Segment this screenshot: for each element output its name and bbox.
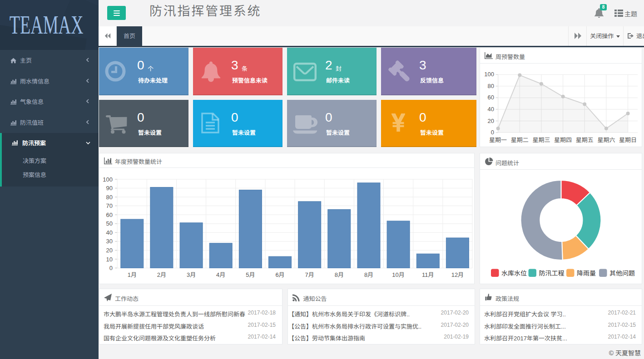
svg-text:100: 100	[103, 176, 113, 183]
svg-text:星期四: 星期四	[554, 137, 572, 143]
svg-text:1月: 1月	[128, 271, 137, 278]
svg-text:11月: 11月	[422, 271, 434, 278]
svg-text:100: 100	[484, 71, 494, 78]
svg-text:星期二: 星期二	[511, 137, 529, 143]
svg-text:防汛工程: 防汛工程	[539, 270, 565, 277]
svg-text:50: 50	[106, 220, 113, 227]
svg-text:10月: 10月	[392, 271, 404, 278]
svg-text:6月: 6月	[275, 271, 284, 278]
svg-text:0: 0	[491, 129, 494, 136]
svg-text:80: 80	[106, 194, 113, 201]
svg-text:8月: 8月	[335, 271, 344, 278]
svg-text:60: 60	[106, 211, 113, 218]
svg-text:20: 20	[106, 247, 113, 254]
svg-text:70: 70	[106, 202, 113, 209]
svg-text:12月: 12月	[451, 271, 464, 278]
svg-text:星期五: 星期五	[576, 137, 594, 143]
svg-text:降雨量: 降雨量	[577, 270, 596, 277]
svg-text:8月: 8月	[364, 271, 373, 278]
svg-text:水库水位: 水库水位	[501, 270, 527, 277]
svg-text:2月: 2月	[157, 271, 166, 278]
svg-text:星期一: 星期一	[489, 137, 507, 143]
svg-text:10: 10	[106, 256, 113, 263]
svg-text:4月: 4月	[216, 271, 225, 278]
svg-text:3月: 3月	[187, 271, 196, 278]
svg-text:其他问题: 其他问题	[609, 270, 635, 277]
svg-text:60: 60	[488, 94, 494, 101]
svg-text:星期日: 星期日	[619, 137, 637, 143]
svg-text:5月: 5月	[246, 271, 255, 278]
svg-text:0: 0	[109, 265, 113, 271]
svg-text:40: 40	[106, 229, 113, 236]
svg-text:80: 80	[488, 83, 494, 89]
svg-text:20: 20	[488, 118, 494, 124]
svg-text:40: 40	[488, 106, 494, 113]
svg-text:30: 30	[106, 238, 113, 245]
svg-text:星期三: 星期三	[532, 137, 550, 143]
svg-text:7月: 7月	[305, 271, 314, 278]
svg-text:星期六: 星期六	[597, 137, 615, 143]
svg-text:90: 90	[106, 185, 113, 192]
